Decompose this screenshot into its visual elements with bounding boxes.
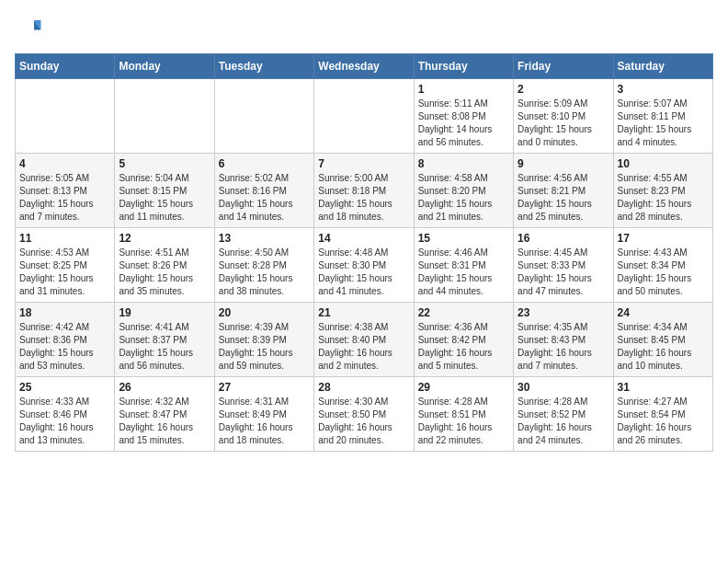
day-info: Sunset: 8:18 PM (318, 185, 409, 198)
day-info: Daylight: 15 hours (618, 123, 709, 136)
calendar-cell: 14Sunrise: 4:48 AMSunset: 8:30 PMDayligh… (314, 228, 414, 303)
day-number: 11 (19, 232, 110, 245)
day-info: Sunrise: 4:33 AM (19, 396, 110, 408)
day-info: Sunset: 8:23 PM (618, 185, 709, 198)
day-info: Sunrise: 5:02 AM (219, 172, 310, 185)
day-info: Daylight: 16 hours (318, 421, 409, 434)
day-info: Sunset: 8:36 PM (19, 334, 110, 347)
day-info: Sunrise: 4:31 AM (219, 396, 310, 408)
calendar-cell: 1Sunrise: 5:11 AMSunset: 8:08 PMDaylight… (414, 79, 513, 154)
day-number: 13 (219, 232, 310, 245)
day-info: Sunrise: 4:27 AM (618, 396, 709, 408)
day-info: Sunset: 8:28 PM (219, 259, 310, 272)
day-number: 23 (518, 306, 609, 319)
day-info: Sunset: 8:46 PM (19, 408, 110, 421)
calendar-cell (115, 79, 214, 154)
day-info: and 53 minutes. (19, 360, 110, 373)
day-info: Sunset: 8:10 PM (518, 110, 609, 123)
calendar-cell (214, 79, 313, 154)
day-info: Sunset: 8:54 PM (618, 408, 709, 421)
day-info: Sunset: 8:43 PM (518, 334, 609, 347)
day-info: Sunset: 8:15 PM (119, 185, 210, 198)
calendar-cell: 4Sunrise: 5:05 AMSunset: 8:13 PMDaylight… (16, 154, 115, 228)
day-info: Sunset: 8:34 PM (618, 259, 709, 272)
day-number: 10 (618, 157, 709, 170)
calendar-cell: 13Sunrise: 4:50 AMSunset: 8:28 PMDayligh… (214, 228, 313, 303)
day-info: Daylight: 15 hours (418, 272, 509, 285)
day-number: 20 (219, 306, 310, 319)
calendar-cell: 24Sunrise: 4:34 AMSunset: 8:45 PMDayligh… (613, 303, 712, 377)
day-info: and 7 minutes. (19, 211, 110, 224)
calendar-cell: 16Sunrise: 4:45 AMSunset: 8:33 PMDayligh… (514, 228, 613, 303)
calendar-cell: 21Sunrise: 4:38 AMSunset: 8:40 PMDayligh… (314, 303, 414, 377)
calendar-cell: 7Sunrise: 5:00 AMSunset: 8:18 PMDaylight… (314, 154, 414, 228)
day-info: Sunrise: 5:09 AM (518, 98, 609, 110)
calendar-cell: 17Sunrise: 4:43 AMSunset: 8:34 PMDayligh… (613, 228, 712, 303)
calendar-cell: 25Sunrise: 4:33 AMSunset: 8:46 PMDayligh… (16, 377, 115, 452)
day-number: 1 (418, 83, 509, 96)
calendar-cell: 8Sunrise: 4:58 AMSunset: 8:20 PMDaylight… (414, 154, 513, 228)
day-info: and 20 minutes. (318, 434, 409, 447)
day-info: and 26 minutes. (618, 434, 709, 447)
day-number: 19 (119, 306, 210, 319)
day-info: Daylight: 16 hours (418, 347, 509, 360)
day-info: and 35 minutes. (119, 285, 210, 298)
calendar-week-row: 25Sunrise: 4:33 AMSunset: 8:46 PMDayligh… (16, 377, 713, 452)
day-number: 29 (418, 381, 509, 394)
calendar-cell: 29Sunrise: 4:28 AMSunset: 8:51 PMDayligh… (414, 377, 513, 452)
day-info: Sunrise: 4:53 AM (19, 247, 110, 259)
calendar-cell: 28Sunrise: 4:30 AMSunset: 8:50 PMDayligh… (314, 377, 414, 452)
day-info: Sunset: 8:39 PM (219, 334, 310, 347)
day-info: and 2 minutes. (318, 360, 409, 373)
day-info: and 21 minutes. (418, 211, 509, 224)
day-info: Sunrise: 4:58 AM (418, 172, 509, 185)
day-info: Daylight: 15 hours (518, 123, 609, 136)
day-info: and 4 minutes. (618, 136, 709, 149)
day-info: Sunset: 8:11 PM (618, 110, 709, 123)
calendar-cell: 30Sunrise: 4:28 AMSunset: 8:52 PMDayligh… (514, 377, 613, 452)
day-info: Daylight: 15 hours (518, 272, 609, 285)
day-info: and 15 minutes. (119, 434, 210, 447)
day-info: Sunrise: 4:56 AM (518, 172, 609, 185)
calendar-cell: 20Sunrise: 4:39 AMSunset: 8:39 PMDayligh… (214, 303, 313, 377)
calendar-week-row: 4Sunrise: 5:05 AMSunset: 8:13 PMDaylight… (16, 154, 713, 228)
day-info: Daylight: 15 hours (618, 198, 709, 211)
day-info: and 5 minutes. (418, 360, 509, 373)
day-number: 30 (518, 381, 609, 394)
day-info: and 18 minutes. (318, 211, 409, 224)
day-info: Daylight: 15 hours (19, 198, 110, 211)
calendar-table: SundayMondayTuesdayWednesdayThursdayFrid… (15, 53, 713, 452)
day-info: Sunset: 8:50 PM (318, 408, 409, 421)
day-info: Sunset: 8:25 PM (19, 259, 110, 272)
day-info: Sunrise: 4:39 AM (219, 321, 310, 334)
calendar-cell: 6Sunrise: 5:02 AMSunset: 8:16 PMDaylight… (214, 154, 313, 228)
calendar-cell: 3Sunrise: 5:07 AMSunset: 8:11 PMDaylight… (613, 79, 712, 154)
day-number: 15 (418, 232, 509, 245)
day-info: Daylight: 15 hours (119, 198, 210, 211)
weekday-header: Wednesday (314, 54, 414, 79)
day-number: 17 (618, 232, 709, 245)
day-info: Daylight: 15 hours (219, 198, 310, 211)
day-number: 3 (618, 83, 709, 96)
calendar-cell: 19Sunrise: 4:41 AMSunset: 8:37 PMDayligh… (115, 303, 214, 377)
day-info: Daylight: 16 hours (518, 421, 609, 434)
day-info: and 14 minutes. (219, 211, 310, 224)
day-number: 5 (119, 157, 210, 170)
calendar-week-row: 11Sunrise: 4:53 AMSunset: 8:25 PMDayligh… (16, 228, 713, 303)
day-info: and 44 minutes. (418, 285, 509, 298)
calendar-cell: 10Sunrise: 4:55 AMSunset: 8:23 PMDayligh… (613, 154, 712, 228)
day-info: Sunrise: 4:28 AM (518, 396, 609, 408)
day-number: 9 (518, 157, 609, 170)
day-info: and 24 minutes. (518, 434, 609, 447)
calendar-cell (314, 79, 414, 154)
day-info: Sunrise: 4:41 AM (119, 321, 210, 334)
day-info: Sunset: 8:52 PM (518, 408, 609, 421)
day-info: and 31 minutes. (19, 285, 110, 298)
calendar-week-row: 1Sunrise: 5:11 AMSunset: 8:08 PMDaylight… (16, 79, 713, 154)
day-info: Daylight: 15 hours (219, 272, 310, 285)
weekday-header: Friday (514, 54, 613, 79)
day-number: 14 (318, 232, 409, 245)
day-info: Daylight: 16 hours (618, 347, 709, 360)
calendar-cell: 9Sunrise: 4:56 AMSunset: 8:21 PMDaylight… (514, 154, 613, 228)
day-info: Sunrise: 4:46 AM (418, 247, 509, 259)
